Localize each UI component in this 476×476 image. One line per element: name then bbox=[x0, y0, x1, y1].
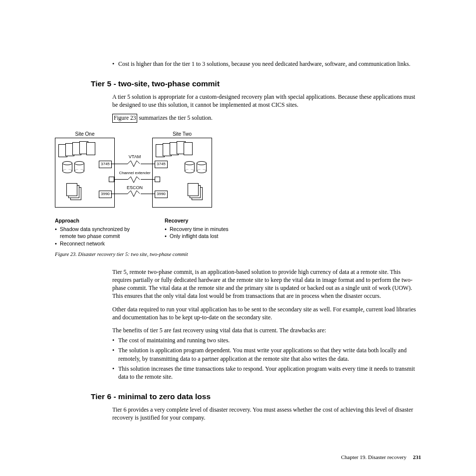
figure-caption: Figure 23. Disaster recovery tier 5: two… bbox=[55, 251, 421, 258]
tier5-heading: Tier 5 - two-site, two-phase commit bbox=[91, 79, 421, 89]
approach-head: Approach bbox=[55, 217, 145, 224]
tier5-continued: Tier 5, remote two-phase commit, is an a… bbox=[112, 268, 421, 381]
bullet-text: The solution is application program depe… bbox=[118, 346, 421, 362]
list-item: Shadow data synchronized by remote two p… bbox=[55, 226, 145, 239]
recovery-head: Recovery bbox=[165, 217, 229, 224]
bullet-icon: • bbox=[112, 346, 118, 362]
diagram-columns: Approach Shadow data synchronized by rem… bbox=[55, 217, 421, 247]
list-item: • The cost of maintaining and running tw… bbox=[112, 336, 421, 344]
tier5-para3: The benefits of tier 5 are fast recovery… bbox=[112, 326, 421, 334]
chapter-label: Chapter 19. Disaster recovery bbox=[341, 454, 406, 460]
site-one-label: Site One bbox=[55, 131, 115, 138]
zigzag-icon bbox=[128, 160, 141, 168]
node-3745-left: 3745 bbox=[99, 161, 112, 168]
list-item: • This solution increases the time trans… bbox=[112, 365, 421, 381]
list-item: Only inflight data lost bbox=[165, 233, 229, 239]
tier6-heading: Tier 6 - minimal to zero data loss bbox=[91, 392, 421, 402]
node-3745-right: 3745 bbox=[155, 161, 168, 168]
tier6-body: Tier 6 provides a very complete level of… bbox=[112, 406, 421, 422]
tier5-para1: Tier 5, remote two-phase commit, is an a… bbox=[112, 268, 421, 300]
page-footer: Chapter 19. Disaster recovery 231 bbox=[341, 454, 421, 461]
bullet-text: Cost is higher than for the tier 1 to 3 … bbox=[118, 60, 421, 68]
list-item: Recovery time in minutes bbox=[165, 226, 229, 233]
cylinder-icon bbox=[74, 161, 84, 173]
recovery-col: Recovery Recovery time in minutes Only i… bbox=[165, 217, 229, 247]
vtam-label: VTAM bbox=[115, 154, 155, 160]
tier5-para2: Other data required to run your vital ap… bbox=[112, 305, 421, 321]
page-number: 231 bbox=[413, 454, 422, 460]
top-bullet-block: • Cost is higher than for the tier 1 to … bbox=[112, 60, 421, 68]
cylinder-icon bbox=[185, 161, 195, 173]
server-rack-icon bbox=[58, 141, 101, 157]
site-two-label: Site Two bbox=[152, 131, 212, 138]
figure-link[interactable]: Figure 23 bbox=[112, 114, 137, 123]
document-page: • Cost is higher than for the tier 1 to … bbox=[0, 0, 476, 442]
tier6-para: Tier 6 provides a very complete level of… bbox=[112, 406, 421, 422]
tier5-body: A tier 5 solution is appropriate for a c… bbox=[112, 93, 421, 123]
node-3990-right: 3990 bbox=[155, 191, 168, 198]
approach-col: Approach Shadow data synchronized by rem… bbox=[55, 217, 145, 247]
list-item: • The solution is application program de… bbox=[112, 346, 421, 362]
tier5-figref-line: Figure 23 summarizes the tier 5 solution… bbox=[112, 114, 421, 123]
server-rack-icon bbox=[156, 141, 198, 157]
tier5-intro: A tier 5 solution is appropriate for a c… bbox=[112, 93, 421, 109]
list-item: Reconnect network bbox=[55, 240, 145, 247]
bullet-icon: • bbox=[112, 365, 118, 381]
node-3990-left: 3990 bbox=[99, 191, 112, 198]
list-item: • Cost is higher than for the tier 1 to … bbox=[112, 60, 421, 68]
mini-square-right bbox=[155, 177, 160, 182]
bullet-icon: • bbox=[112, 336, 118, 344]
figref-after: summarizes the tier 5 solution. bbox=[137, 114, 213, 121]
cylinder-icon bbox=[62, 161, 72, 173]
bullet-text: This solution increases the time transac… bbox=[118, 365, 421, 381]
bullet-text: The cost of maintaining and running two … bbox=[118, 336, 421, 344]
zigzag-icon bbox=[128, 190, 141, 198]
cylinder-icon bbox=[197, 161, 207, 173]
zigzag-icon bbox=[128, 176, 141, 184]
bullet-icon: • bbox=[112, 60, 118, 68]
figure-23-diagram: Site One Site Two bbox=[55, 131, 421, 213]
